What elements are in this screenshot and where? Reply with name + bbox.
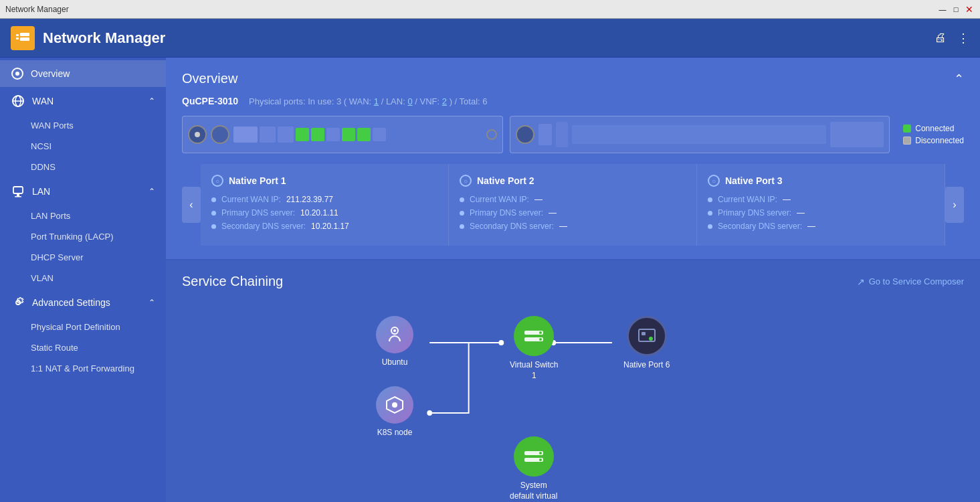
port-2-dot-1 [460,197,464,202]
port-1-globe-icon: ○ [211,175,223,187]
minimize-button[interactable]: — [937,4,948,15]
native-port-6-label: Native Port 6 [623,360,670,371]
overview-panel-title: Overview [182,71,237,86]
port-1-primary-dns: Primary DNS server: 10.20.1.11 [211,208,437,218]
header-icons: 🖨 ⋮ [935,31,969,46]
more-menu-icon[interactable]: ⋮ [957,31,969,46]
svg-point-24 [539,338,542,341]
port-1-dot-1 [211,197,216,202]
port-2-primary-dns: Primary DNS server: — [460,208,686,218]
port-card-2: ○ Native Port 2 Current WAN IP: — Primar… [449,164,697,246]
app-title: Network Manager [43,29,935,47]
device-right-box [510,116,890,153]
sidebar-item-static-route[interactable]: Static Route [0,337,166,358]
svg-rect-9 [13,187,23,193]
vswitch1-node[interactable]: Virtual Switch1 [510,316,558,381]
ubuntu-node[interactable]: Ubuntu [376,316,413,368]
lan-icon [11,184,25,199]
svg-point-20 [392,402,397,408]
advanced-chevron-icon: ⌃ [149,298,155,307]
vnf-count-link[interactable]: 2 [442,96,447,106]
port-cards: ○ Native Port 1 Current WAN IP: 211.23.3… [201,164,945,246]
overview-panel-header: Overview ⌃ [182,71,964,86]
svg-point-31 [539,458,542,461]
external-link-icon: ↗ [857,276,865,287]
svg-point-30 [539,452,542,454]
next-port-button[interactable]: › [945,187,964,223]
sidebar-item-physical-port[interactable]: Physical Port Definition [0,317,166,337]
sidebar: Overview WAN ⌃ WAN Ports NCSI [0,58,166,502]
window-title: Network Manager [5,5,975,14]
svg-rect-3 [20,37,29,41]
go-to-composer-link[interactable]: ↗ Go to Service Composer [857,276,964,287]
legend-connected: Connected [903,124,964,133]
service-chaining-header: Service Chaining ↗ Go to Service Compose… [182,274,964,289]
port-3-wan-ip: Current WAN IP: — [708,195,934,204]
sidebar-item-wan-ports[interactable]: WAN Ports [0,115,166,136]
port-2-title: ○ Native Port 2 [460,175,686,187]
port-info: Physical ports: In use: 3 ( WAN: 1 / LAN… [249,96,487,106]
connector-lines [182,303,964,502]
lan-count-link[interactable]: 0 [407,96,412,106]
app-logo [11,26,35,50]
overview-device-info: QuCPE-3010 Physical ports: In use: 3 ( W… [182,96,964,106]
window-controls: — □ ✕ [937,4,975,15]
connected-dot [903,124,911,133]
k8s-node[interactable]: K8S node [376,386,413,438]
svg-rect-2 [20,33,29,36]
svg-point-14 [427,410,432,416]
sidebar-item-wan[interactable]: WAN ⌃ [0,87,166,115]
content-area: Overview ⌃ QuCPE-3010 Physical ports: In… [166,58,980,502]
sys-vswitch-node[interactable]: Systemdefault virtualswitch [510,436,557,502]
port-card-3: ○ Native Port 3 Current WAN IP: — Primar… [697,164,945,246]
legend: Connected Disconnected [903,124,964,145]
svg-point-13 [498,340,504,345]
port-card-1: ○ Native Port 1 Current WAN IP: 211.23.3… [201,164,449,246]
legend-disconnected: Disconnected [903,136,964,145]
sidebar-item-lan[interactable]: LAN ⌃ [0,177,166,205]
wan-chevron-icon: ⌃ [149,96,155,106]
sidebar-item-overview[interactable]: Overview [0,60,166,87]
port-3-globe-icon: ○ [708,175,720,187]
port-1-title: ○ Native Port 1 [211,175,437,187]
port-1-wan-ip: Current WAN IP: 211.23.39.77 [211,195,437,204]
vswitch1-label: Virtual Switch1 [510,360,558,381]
port-2-secondary-dns: Secondary DNS server: — [460,222,686,231]
overview-panel: Overview ⌃ QuCPE-3010 Physical ports: In… [166,58,980,260]
disconnected-dot [903,137,911,145]
sidebar-item-advanced[interactable]: Advanced Settings ⌃ [0,288,166,317]
port-3-dot-2 [708,211,712,216]
port-3-dot-3 [708,224,712,229]
port-3-primary-dns: Primary DNS server: — [708,208,934,218]
prev-port-button[interactable]: ‹ [182,187,201,223]
port-1-dot-2 [211,211,216,216]
port-2-dot-2 [460,211,464,216]
maximize-button[interactable]: □ [951,4,961,15]
sidebar-item-nat-port-forwarding[interactable]: 1:1 NAT & Port Forwarding [0,358,166,379]
sidebar-item-vlan[interactable]: VLAN [0,268,166,288]
device-left-box [182,116,503,153]
wan-icon [11,94,25,108]
svg-rect-0 [16,34,19,36]
sidebar-item-dhcp-server[interactable]: DHCP Server [0,247,166,268]
port-3-dot-1 [708,197,712,202]
service-chaining-title: Service Chaining [182,274,283,289]
svg-rect-1 [16,37,19,39]
title-bar: Network Manager — □ ✕ [0,0,980,19]
port-3-secondary-dns: Secondary DNS server: — [708,222,934,231]
device-name: QuCPE-3010 [182,96,238,106]
svg-rect-11 [15,196,21,197]
print-icon[interactable]: 🖨 [935,31,947,46]
sidebar-item-ncsi[interactable]: NCSI [0,136,166,157]
connected-label: Connected [915,124,954,133]
k8s-label: K8S node [377,428,413,438]
close-button[interactable]: ✕ [964,4,975,15]
port-2-wan-ip: Current WAN IP: — [460,195,686,204]
lan-chevron-icon: ⌃ [149,187,155,196]
sidebar-item-port-trunking[interactable]: Port Trunking (LACP) [0,226,166,247]
native-port-6-node[interactable]: Native Port 6 [623,316,670,371]
sidebar-item-lan-ports[interactable]: LAN Ports [0,205,166,226]
overview-collapse-button[interactable]: ⌃ [954,72,964,86]
wan-count-link[interactable]: 1 [374,96,379,106]
sidebar-item-ddns[interactable]: DDNS [0,157,166,177]
